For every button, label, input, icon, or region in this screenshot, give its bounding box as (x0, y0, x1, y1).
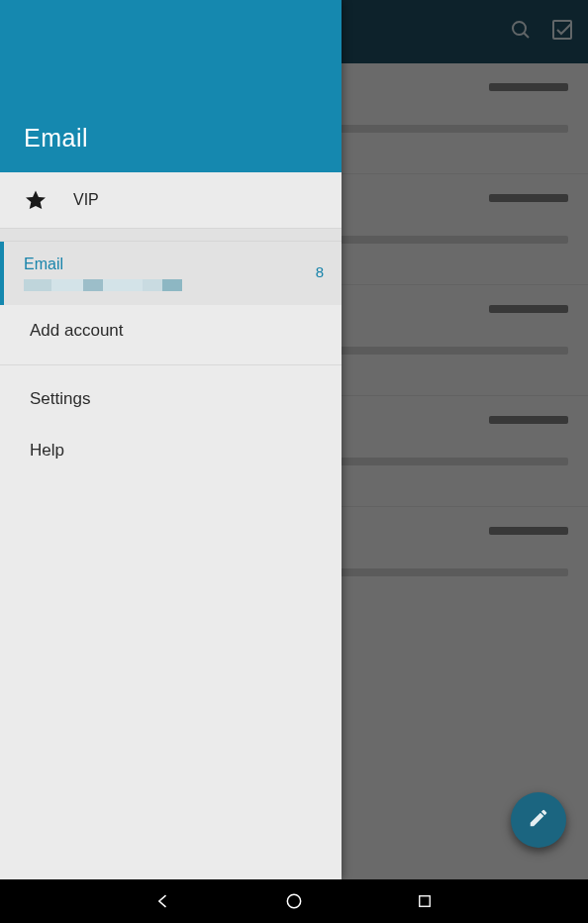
navigation-drawer: Email VIP Email 8 Add account Settings H… (0, 0, 342, 879)
add-account-item[interactable]: Add account (0, 305, 342, 357)
compose-button[interactable] (511, 792, 566, 848)
account-name: Email (24, 256, 322, 273)
help-item[interactable]: Help (0, 425, 342, 476)
account-address-redacted (24, 279, 182, 291)
svg-rect-4 (420, 896, 431, 907)
divider (0, 228, 342, 242)
vip-label: VIP (73, 191, 99, 209)
vip-item[interactable]: VIP (0, 172, 342, 228)
compose-icon (528, 807, 549, 833)
divider (0, 364, 342, 365)
nav-back-button[interactable] (152, 890, 174, 912)
drawer-title: Email (24, 124, 88, 153)
account-item[interactable]: Email 8 (0, 242, 342, 305)
drawer-header: Email (0, 0, 342, 172)
unread-count: 8 (316, 263, 324, 280)
nav-recents-button[interactable] (414, 890, 436, 912)
nav-home-button[interactable] (283, 890, 305, 912)
settings-item[interactable]: Settings (0, 373, 342, 425)
svg-point-3 (287, 894, 300, 907)
star-icon (24, 188, 48, 212)
system-nav-bar (0, 879, 588, 923)
